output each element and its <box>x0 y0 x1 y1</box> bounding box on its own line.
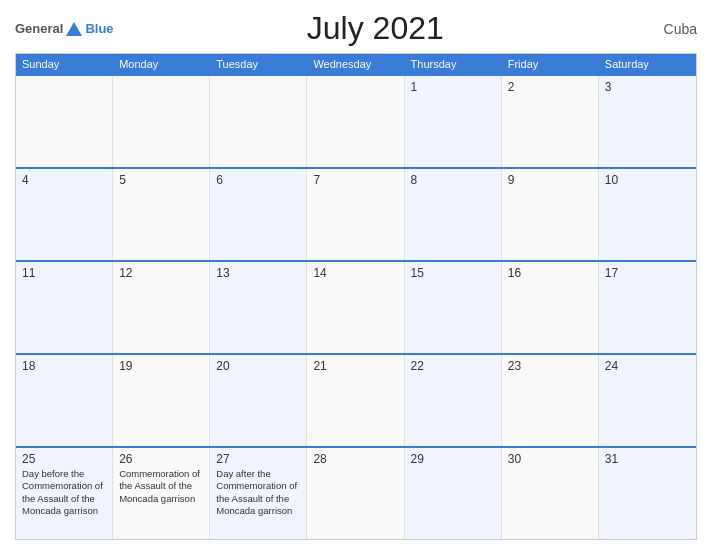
cell-w4-tue: 20 <box>210 355 307 446</box>
cell-w2-tue: 6 <box>210 169 307 260</box>
col-header-sunday: Sunday <box>16 54 113 74</box>
cell-w5-tue: 27 Day after the Commemoration of the As… <box>210 448 307 539</box>
week-2: 4 5 6 7 8 9 10 <box>16 167 696 260</box>
day-num: 17 <box>605 266 690 280</box>
calendar-body: 1 2 3 4 5 6 <box>16 74 696 539</box>
cell-w5-fri: 30 <box>502 448 599 539</box>
day-num: 3 <box>605 80 690 94</box>
cell-w4-sat: 24 <box>599 355 696 446</box>
cell-w1-thu: 1 <box>405 76 502 167</box>
cell-w2-fri: 9 <box>502 169 599 260</box>
week-3: 11 12 13 14 15 16 17 <box>16 260 696 353</box>
event-jul25: Day before the Commemoration of the Assa… <box>22 468 106 517</box>
day-num: 20 <box>216 359 300 373</box>
calendar-header-row: Sunday Monday Tuesday Wednesday Thursday… <box>16 54 696 74</box>
day-num: 24 <box>605 359 690 373</box>
event-jul26: Commemoration of the Assault of the Monc… <box>119 468 203 505</box>
day-num: 11 <box>22 266 106 280</box>
day-num: 1 <box>411 80 495 94</box>
day-num: 23 <box>508 359 592 373</box>
cell-w3-mon: 12 <box>113 262 210 353</box>
cell-w5-wed: 28 <box>307 448 404 539</box>
cell-w1-mon <box>113 76 210 167</box>
page-title: July 2021 <box>114 10 637 47</box>
day-num: 9 <box>508 173 592 187</box>
cell-w1-fri: 2 <box>502 76 599 167</box>
cell-w5-sun: 25 Day before the Commemoration of the A… <box>16 448 113 539</box>
day-num: 28 <box>313 452 397 466</box>
cell-w4-sun: 18 <box>16 355 113 446</box>
cell-w1-wed <box>307 76 404 167</box>
cell-w1-tue <box>210 76 307 167</box>
page: General Blue July 2021 Cuba Sunday Monda… <box>0 0 712 550</box>
day-num: 7 <box>313 173 397 187</box>
cell-w2-sun: 4 <box>16 169 113 260</box>
day-num: 14 <box>313 266 397 280</box>
day-num: 27 <box>216 452 300 466</box>
logo-blue-text: Blue <box>85 21 113 36</box>
cell-w4-thu: 22 <box>405 355 502 446</box>
day-num: 4 <box>22 173 106 187</box>
day-num: 2 <box>508 80 592 94</box>
cell-w4-mon: 19 <box>113 355 210 446</box>
country-label: Cuba <box>637 21 697 37</box>
day-num: 26 <box>119 452 203 466</box>
col-header-saturday: Saturday <box>599 54 696 74</box>
col-header-tuesday: Tuesday <box>210 54 307 74</box>
cell-w3-tue: 13 <box>210 262 307 353</box>
cell-w2-mon: 5 <box>113 169 210 260</box>
day-num: 31 <box>605 452 690 466</box>
day-num: 29 <box>411 452 495 466</box>
calendar: Sunday Monday Tuesday Wednesday Thursday… <box>15 53 697 540</box>
cell-w1-sun <box>16 76 113 167</box>
cell-w4-wed: 21 <box>307 355 404 446</box>
cell-w2-wed: 7 <box>307 169 404 260</box>
cell-w2-sat: 10 <box>599 169 696 260</box>
cell-w2-thu: 8 <box>405 169 502 260</box>
cell-w5-thu: 29 <box>405 448 502 539</box>
cell-w3-wed: 14 <box>307 262 404 353</box>
cell-w1-sat: 3 <box>599 76 696 167</box>
day-num: 5 <box>119 173 203 187</box>
col-header-wednesday: Wednesday <box>307 54 404 74</box>
day-num: 12 <box>119 266 203 280</box>
cell-w5-mon: 26 Commemoration of the Assault of the M… <box>113 448 210 539</box>
day-num: 25 <box>22 452 106 466</box>
logo: General Blue <box>15 21 114 36</box>
week-5: 25 Day before the Commemoration of the A… <box>16 446 696 539</box>
col-header-thursday: Thursday <box>405 54 502 74</box>
day-num: 30 <box>508 452 592 466</box>
cell-w3-sat: 17 <box>599 262 696 353</box>
col-header-friday: Friday <box>502 54 599 74</box>
day-num: 22 <box>411 359 495 373</box>
logo-triangle-icon <box>66 22 82 36</box>
day-num: 16 <box>508 266 592 280</box>
cell-w4-fri: 23 <box>502 355 599 446</box>
header: General Blue July 2021 Cuba <box>15 10 697 47</box>
cell-w5-sat: 31 <box>599 448 696 539</box>
week-1: 1 2 3 <box>16 74 696 167</box>
cell-w3-sun: 11 <box>16 262 113 353</box>
day-num: 19 <box>119 359 203 373</box>
event-jul27: Day after the Commemoration of the Assau… <box>216 468 300 517</box>
day-num: 21 <box>313 359 397 373</box>
day-num: 10 <box>605 173 690 187</box>
col-header-monday: Monday <box>113 54 210 74</box>
logo-general-text: General <box>15 21 63 36</box>
day-num: 18 <box>22 359 106 373</box>
day-num: 6 <box>216 173 300 187</box>
week-4: 18 19 20 21 22 23 24 <box>16 353 696 446</box>
day-num: 13 <box>216 266 300 280</box>
day-num: 15 <box>411 266 495 280</box>
day-num: 8 <box>411 173 495 187</box>
cell-w3-fri: 16 <box>502 262 599 353</box>
cell-w3-thu: 15 <box>405 262 502 353</box>
